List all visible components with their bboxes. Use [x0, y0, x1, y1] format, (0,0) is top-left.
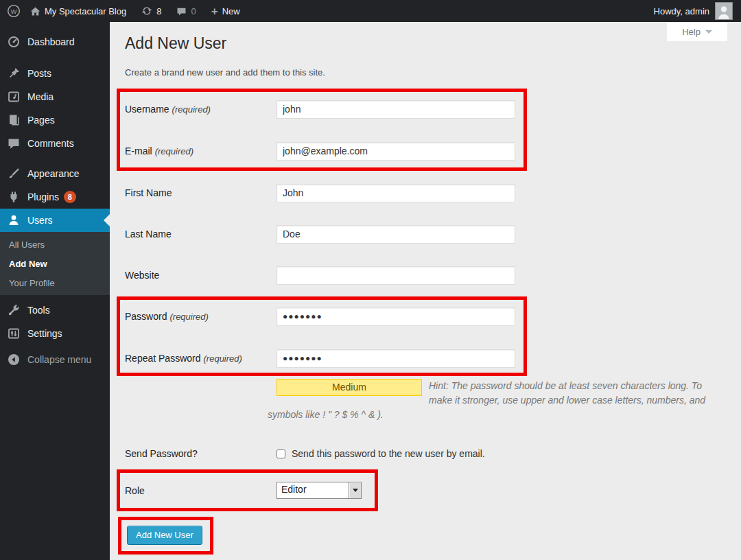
site-name-link[interactable]: My Spectacular Blog [30, 6, 126, 16]
media-icon [7, 90, 21, 104]
updates-icon [141, 5, 152, 16]
comments-count: 0 [191, 6, 196, 16]
home-icon [30, 6, 40, 16]
select-dropdown-button[interactable] [349, 482, 361, 498]
username-row: Username(required) [125, 100, 524, 119]
required-note: (required) [172, 104, 211, 115]
admin-sidebar: Dashboard Posts Media Pages [0, 22, 110, 560]
send-password-row: Send Password? Send this password to the… [125, 444, 485, 463]
chevron-down-icon [353, 489, 358, 492]
sidebar-item-plugins[interactable]: Plugins 8 [0, 185, 110, 209]
sidebar-label: Users [27, 215, 53, 226]
pages-icon [7, 113, 21, 127]
role-select[interactable]: Editor [277, 482, 362, 499]
updates-indicator[interactable]: 8 [141, 5, 161, 16]
first-name-input[interactable] [277, 184, 515, 202]
sidebar-label: Plugins [27, 191, 59, 202]
sidebar-item-dashboard[interactable]: Dashboard [0, 30, 110, 54]
username-input[interactable] [277, 100, 515, 119]
comments-indicator[interactable]: 0 [176, 6, 196, 16]
repeat-password-row: Repeat Password(required) [125, 349, 524, 368]
page-title: Add New User [125, 34, 226, 53]
email-label: E-mail(required) [125, 145, 277, 156]
wordpress-logo-icon[interactable]: W [7, 4, 21, 18]
repeat-password-label: Repeat Password(required) [125, 353, 277, 364]
howdy-admin-link[interactable]: Howdy, admin [654, 6, 709, 16]
sidebar-item-settings[interactable]: Settings [0, 322, 110, 345]
sidebar-item-tools[interactable]: Tools [0, 299, 110, 322]
sidebar-item-collapse-menu[interactable]: Collapse menu [0, 348, 110, 371]
email-row: E-mail(required) [125, 141, 524, 161]
required-note: (required) [155, 146, 193, 156]
collapse-menu-icon [7, 353, 21, 366]
sidebar-label: Collapse menu [27, 354, 91, 365]
users-icon [7, 213, 21, 227]
annotation-box-credentials: Username(required) E-mail(required) [117, 89, 527, 171]
admin-top-bar: W My Spectacular Blog 8 0 + New [0, 0, 741, 22]
sidebar-item-users[interactable]: Users [0, 209, 110, 232]
role-selected-value: Editor [277, 482, 349, 498]
users-submenu: All Users Add New Your Profile [0, 232, 110, 295]
password-strength-area: Medium Hint: The password should be at l… [268, 379, 714, 422]
chevron-down-icon [705, 30, 712, 34]
sidebar-label: Settings [27, 328, 62, 339]
first-name-label: First Name [125, 187, 277, 198]
wordpress-admin-screen: W My Spectacular Blog 8 0 + New [0, 0, 741, 560]
main-content: Help Add New User Create a brand new use… [110, 22, 741, 560]
submenu-item-add-new[interactable]: Add New [0, 254, 110, 273]
comments-icon [7, 137, 21, 150]
tools-icon [7, 303, 21, 317]
last-name-label: Last Name [125, 229, 277, 240]
page-subtitle: Create a brand new user and add them to … [125, 67, 325, 78]
password-row: Password(required) [125, 307, 524, 326]
posts-icon [7, 67, 21, 80]
updates-count: 8 [156, 6, 161, 16]
help-label: Help [682, 27, 701, 37]
sidebar-label: Dashboard [27, 36, 75, 47]
password-strength-meter: Medium [277, 379, 422, 396]
send-password-label: Send Password? [125, 448, 277, 459]
dashboard-icon [7, 35, 21, 49]
active-menu-arrow [104, 214, 110, 226]
required-note: (required) [204, 353, 242, 364]
send-password-checkbox-label: Send this password to the new user by em… [292, 448, 485, 459]
sidebar-label: Comments [27, 138, 74, 149]
comment-bubble-icon [176, 6, 187, 16]
sidebar-label: Media [27, 91, 54, 102]
plugins-update-badge: 8 [64, 191, 76, 203]
sidebar-item-comments[interactable]: Comments [0, 132, 110, 155]
repeat-password-input[interactable] [277, 349, 515, 368]
new-content-menu[interactable]: + New [211, 5, 240, 17]
new-label: New [222, 6, 240, 16]
plus-icon: + [211, 5, 218, 17]
plugins-icon [7, 190, 21, 204]
help-button[interactable]: Help [667, 22, 727, 41]
add-new-user-button[interactable]: Add New User [127, 526, 202, 545]
sidebar-label: Posts [27, 68, 51, 79]
sidebar-label: Appearance [27, 168, 80, 179]
username-label: Username(required) [125, 104, 277, 115]
sidebar-label: Tools [27, 305, 50, 316]
email-input[interactable] [277, 142, 515, 161]
last-name-row: Last Name [125, 224, 515, 244]
site-name-label: My Spectacular Blog [45, 6, 126, 16]
submenu-item-all-users[interactable]: All Users [0, 235, 110, 254]
sidebar-item-media[interactable]: Media [0, 85, 110, 108]
last-name-input[interactable] [277, 225, 515, 244]
send-password-checkbox[interactable] [277, 450, 285, 458]
website-input[interactable] [277, 266, 515, 285]
sidebar-item-pages[interactable]: Pages [0, 108, 110, 132]
appearance-icon [7, 167, 21, 180]
sidebar-item-appearance[interactable]: Appearance [0, 162, 110, 185]
sidebar-item-posts[interactable]: Posts [0, 62, 110, 85]
annotation-box-passwords: Password(required) Repeat Password(requi… [117, 296, 527, 376]
website-row: Website [125, 266, 515, 285]
password-input[interactable] [277, 307, 515, 326]
required-note: (required) [169, 312, 208, 322]
sidebar-label: Pages [27, 115, 55, 126]
role-label: Role [125, 485, 277, 496]
website-label: Website [125, 270, 277, 281]
annotation-box-submit: Add New User [118, 517, 213, 555]
avatar[interactable] [715, 2, 733, 20]
submenu-item-your-profile[interactable]: Your Profile [0, 273, 110, 292]
